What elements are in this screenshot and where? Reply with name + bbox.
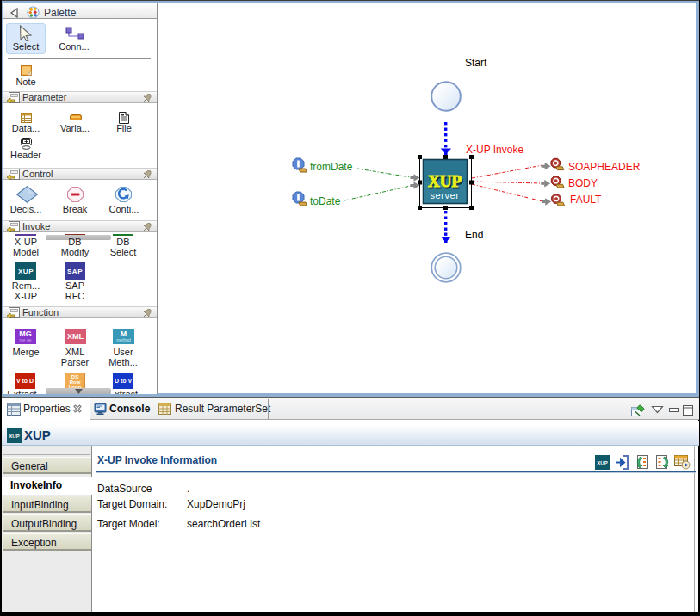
svg-text:server: server — [430, 190, 459, 200]
svg-text:XUP: XUP — [428, 172, 462, 190]
